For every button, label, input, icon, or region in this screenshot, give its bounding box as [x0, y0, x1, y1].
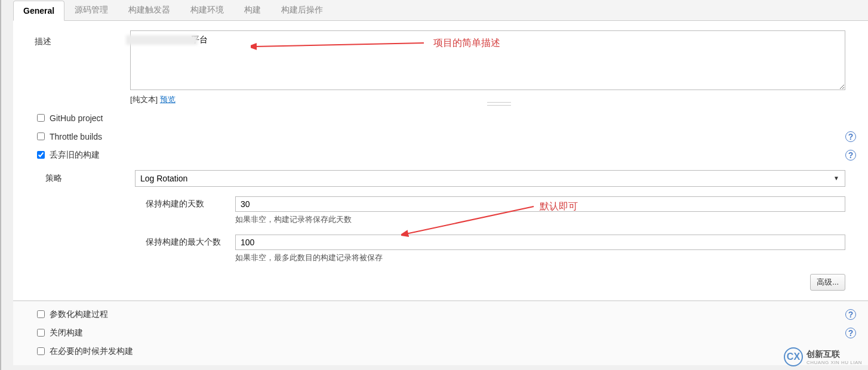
checkbox-github-project[interactable]: [37, 114, 45, 122]
label-throttle-builds: Throttle builds: [50, 132, 102, 141]
row-advanced: 高级...: [13, 269, 868, 301]
preview-link[interactable]: 预览: [160, 95, 176, 104]
advanced-button[interactable]: 高级...: [810, 274, 845, 291]
tab-triggers[interactable]: 构建触发器: [118, 0, 180, 21]
help-icon[interactable]: ?: [845, 150, 856, 161]
help-icon[interactable]: ?: [845, 309, 856, 320]
config-tabs: General 源码管理 构建触发器 构建环境 构建 构建后操作: [13, 0, 868, 21]
row-strategy: 策略 Log Rotation: [13, 164, 868, 193]
tab-build[interactable]: 构建: [234, 0, 271, 21]
checkbox-parameterized-build[interactable]: [37, 310, 45, 318]
label-description: 描述: [35, 30, 130, 47]
redacted-overlay: [126, 35, 198, 45]
label-parameterized-build: 参数化构建过程: [50, 309, 108, 320]
checkbox-discard-old-builds[interactable]: [37, 151, 45, 159]
plaintext-label: [纯文本]: [130, 95, 160, 104]
help-icon[interactable]: ?: [845, 328, 856, 338]
input-keep-days[interactable]: [235, 196, 845, 212]
row-concurrent-build: 在必要的时候并发构建: [13, 342, 868, 365]
tab-post[interactable]: 构建后操作: [271, 0, 333, 21]
label-close-build: 关闭构建: [50, 328, 83, 338]
row-keep-days: 保持构建的天数: [13, 193, 868, 212]
tab-scm[interactable]: 源码管理: [64, 0, 118, 21]
hint-keep-days: 如果非空，构建记录将保存此天数: [13, 212, 868, 231]
label-strategy: 策略: [45, 173, 135, 184]
tab-env[interactable]: 构建环境: [180, 0, 234, 21]
help-icon[interactable]: ?: [845, 131, 856, 142]
checkbox-concurrent-build[interactable]: [37, 347, 45, 355]
label-keep-days: 保持构建的天数: [146, 199, 235, 209]
row-github-project: GitHub project: [13, 109, 868, 127]
label-concurrent-build: 在必要的时候并发构建: [50, 346, 133, 357]
input-keep-max[interactable]: [235, 235, 845, 250]
hint-keep-max: 如果非空，最多此数目的构建记录将被保存: [13, 250, 868, 269]
row-description: 描述 平台 [纯文本] 预览: [13, 21, 868, 105]
description-textarea[interactable]: 平台: [130, 30, 845, 90]
row-throttle-builds: Throttle builds ?: [13, 127, 868, 146]
tab-general[interactable]: General: [13, 1, 64, 21]
label-discard-old-builds: 丢弃旧的构建: [50, 150, 100, 161]
checkbox-throttle-builds[interactable]: [37, 132, 45, 140]
select-strategy[interactable]: Log Rotation: [135, 170, 845, 187]
label-keep-max: 保持构建的最大个数: [146, 237, 235, 248]
row-discard-old-builds: 丢弃旧的构建 ?: [13, 146, 868, 164]
checkbox-close-build[interactable]: [37, 329, 45, 337]
label-github-project: GitHub project: [50, 113, 103, 123]
row-close-build: 关闭构建 ?: [13, 323, 868, 342]
row-keep-max: 保持构建的最大个数: [13, 231, 868, 250]
row-parameterized-build: 参数化构建过程 ?: [13, 301, 868, 323]
